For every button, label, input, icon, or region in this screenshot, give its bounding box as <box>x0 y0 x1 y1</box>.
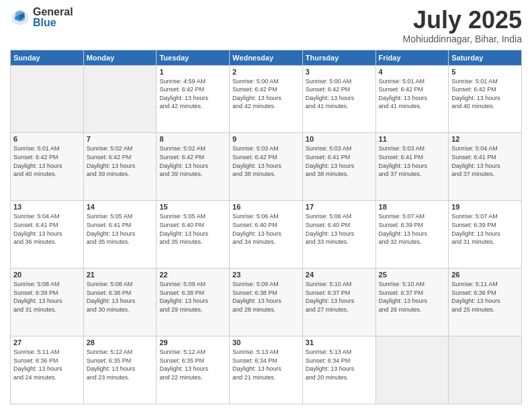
header: General Blue July 2025 Mohiuddinnagar, B… <box>10 7 522 44</box>
calendar-cell <box>375 336 449 404</box>
day-info: Sunrise: 5:10 AM Sunset: 6:37 PM Dayligh… <box>379 280 446 314</box>
day-number: 25 <box>379 271 446 279</box>
calendar-cell: 19Sunrise: 5:07 AM Sunset: 6:39 PM Dayli… <box>449 201 522 269</box>
day-number: 28 <box>87 338 154 347</box>
calendar-cell: 4Sunrise: 5:01 AM Sunset: 6:42 PM Daylig… <box>375 65 449 133</box>
calendar-cell: 24Sunrise: 5:10 AM Sunset: 6:37 PM Dayli… <box>302 269 375 336</box>
day-number: 5 <box>451 68 519 76</box>
logo: General Blue <box>10 7 73 28</box>
day-number: 11 <box>379 135 446 143</box>
day-info: Sunrise: 5:03 AM Sunset: 6:42 PM Dayligh… <box>232 144 300 178</box>
calendar-cell: 13Sunrise: 5:04 AM Sunset: 6:41 PM Dayli… <box>11 201 84 269</box>
day-info: Sunrise: 5:07 AM Sunset: 6:39 PM Dayligh… <box>451 212 519 246</box>
day-number: 23 <box>232 271 300 279</box>
day-number: 19 <box>451 203 519 211</box>
day-number: 4 <box>379 68 446 76</box>
day-info: Sunrise: 5:06 AM Sunset: 6:40 PM Dayligh… <box>306 212 373 246</box>
day-header-tuesday: Tuesday <box>157 50 230 65</box>
day-info: Sunrise: 5:03 AM Sunset: 6:41 PM Dayligh… <box>379 144 446 178</box>
calendar-week-2: 6Sunrise: 5:01 AM Sunset: 6:42 PM Daylig… <box>11 133 522 201</box>
logo-text: General Blue <box>33 7 73 28</box>
calendar-cell: 20Sunrise: 5:08 AM Sunset: 6:39 PM Dayli… <box>11 269 84 336</box>
day-info: Sunrise: 5:12 AM Sunset: 6:35 PM Dayligh… <box>159 348 226 381</box>
day-number: 27 <box>13 338 81 347</box>
day-number: 1 <box>159 68 226 76</box>
day-number: 7 <box>87 135 154 143</box>
day-info: Sunrise: 5:05 AM Sunset: 6:41 PM Dayligh… <box>87 212 154 246</box>
calendar-cell <box>449 336 522 404</box>
calendar-cell: 21Sunrise: 5:08 AM Sunset: 6:38 PM Dayli… <box>83 269 157 336</box>
calendar-cell: 8Sunrise: 5:02 AM Sunset: 6:42 PM Daylig… <box>157 133 230 201</box>
day-header-saturday: Saturday <box>449 50 522 65</box>
day-number: 2 <box>232 68 300 76</box>
day-number: 24 <box>306 271 373 279</box>
day-info: Sunrise: 5:11 AM Sunset: 6:36 PM Dayligh… <box>13 348 81 381</box>
calendar-cell: 26Sunrise: 5:11 AM Sunset: 6:36 PM Dayli… <box>449 269 522 336</box>
day-info: Sunrise: 5:13 AM Sunset: 6:34 PM Dayligh… <box>306 348 373 381</box>
day-number: 14 <box>87 203 154 211</box>
calendar-cell: 22Sunrise: 5:09 AM Sunset: 6:38 PM Dayli… <box>157 269 230 336</box>
logo-general-text: General <box>33 7 73 17</box>
day-number: 15 <box>159 203 226 211</box>
day-info: Sunrise: 5:05 AM Sunset: 6:40 PM Dayligh… <box>159 212 226 246</box>
day-info: Sunrise: 5:12 AM Sunset: 6:35 PM Dayligh… <box>87 348 154 381</box>
day-number: 26 <box>451 271 519 279</box>
calendar-cell <box>11 65 84 133</box>
calendar-week-5: 27Sunrise: 5:11 AM Sunset: 6:36 PM Dayli… <box>11 336 522 404</box>
calendar-cell: 6Sunrise: 5:01 AM Sunset: 6:42 PM Daylig… <box>11 133 84 201</box>
calendar-table: SundayMondayTuesdayWednesdayThursdayFrid… <box>10 50 522 404</box>
calendar-cell: 14Sunrise: 5:05 AM Sunset: 6:41 PM Dayli… <box>83 201 157 269</box>
logo-icon <box>10 7 30 28</box>
day-info: Sunrise: 5:11 AM Sunset: 6:36 PM Dayligh… <box>451 280 519 314</box>
day-number: 3 <box>306 68 373 76</box>
title-block: July 2025 Mohiuddinnagar, Bihar, India <box>403 7 522 44</box>
day-number: 16 <box>232 203 300 211</box>
day-number: 6 <box>13 135 81 143</box>
day-info: Sunrise: 5:00 AM Sunset: 6:42 PM Dayligh… <box>232 77 300 111</box>
calendar-cell: 11Sunrise: 5:03 AM Sunset: 6:41 PM Dayli… <box>375 133 449 201</box>
svg-point-1 <box>15 16 19 20</box>
page: General Blue July 2025 Mohiuddinnagar, B… <box>0 0 532 411</box>
calendar-header-row: SundayMondayTuesdayWednesdayThursdayFrid… <box>11 50 522 65</box>
day-header-friday: Friday <box>375 50 449 65</box>
day-info: Sunrise: 5:00 AM Sunset: 6:42 PM Dayligh… <box>306 77 373 111</box>
month-year-title: July 2025 <box>403 7 522 34</box>
day-info: Sunrise: 5:13 AM Sunset: 6:34 PM Dayligh… <box>232 348 300 381</box>
calendar-cell: 1Sunrise: 4:59 AM Sunset: 6:42 PM Daylig… <box>157 65 230 133</box>
calendar-cell: 23Sunrise: 5:09 AM Sunset: 6:38 PM Dayli… <box>230 269 303 336</box>
calendar-cell: 17Sunrise: 5:06 AM Sunset: 6:40 PM Dayli… <box>302 201 375 269</box>
calendar-cell: 31Sunrise: 5:13 AM Sunset: 6:34 PM Dayli… <box>302 336 375 404</box>
calendar-cell: 18Sunrise: 5:07 AM Sunset: 6:39 PM Dayli… <box>375 201 449 269</box>
day-number: 29 <box>159 338 226 347</box>
calendar-cell: 3Sunrise: 5:00 AM Sunset: 6:42 PM Daylig… <box>302 65 375 133</box>
calendar-week-1: 1Sunrise: 4:59 AM Sunset: 6:42 PM Daylig… <box>11 65 522 133</box>
day-info: Sunrise: 5:01 AM Sunset: 6:42 PM Dayligh… <box>13 144 81 178</box>
day-number: 30 <box>232 338 300 347</box>
calendar-cell: 15Sunrise: 5:05 AM Sunset: 6:40 PM Dayli… <box>157 201 230 269</box>
calendar-cell: 28Sunrise: 5:12 AM Sunset: 6:35 PM Dayli… <box>83 336 157 404</box>
calendar-cell: 30Sunrise: 5:13 AM Sunset: 6:34 PM Dayli… <box>230 336 303 404</box>
calendar-cell: 7Sunrise: 5:02 AM Sunset: 6:42 PM Daylig… <box>83 133 157 201</box>
day-header-wednesday: Wednesday <box>230 50 303 65</box>
day-info: Sunrise: 5:10 AM Sunset: 6:37 PM Dayligh… <box>306 280 373 314</box>
day-number: 9 <box>232 135 300 143</box>
day-header-thursday: Thursday <box>302 50 375 65</box>
calendar-cell: 12Sunrise: 5:04 AM Sunset: 6:41 PM Dayli… <box>449 133 522 201</box>
calendar-cell: 27Sunrise: 5:11 AM Sunset: 6:36 PM Dayli… <box>11 336 84 404</box>
calendar-cell: 9Sunrise: 5:03 AM Sunset: 6:42 PM Daylig… <box>230 133 303 201</box>
calendar-week-4: 20Sunrise: 5:08 AM Sunset: 6:39 PM Dayli… <box>11 269 522 336</box>
calendar-cell: 25Sunrise: 5:10 AM Sunset: 6:37 PM Dayli… <box>375 269 449 336</box>
day-info: Sunrise: 5:06 AM Sunset: 6:40 PM Dayligh… <box>232 212 300 246</box>
calendar-cell: 2Sunrise: 5:00 AM Sunset: 6:42 PM Daylig… <box>230 65 303 133</box>
calendar-cell: 16Sunrise: 5:06 AM Sunset: 6:40 PM Dayli… <box>230 201 303 269</box>
calendar-week-3: 13Sunrise: 5:04 AM Sunset: 6:41 PM Dayli… <box>11 201 522 269</box>
day-number: 12 <box>451 135 519 143</box>
day-number: 13 <box>13 203 81 211</box>
day-info: Sunrise: 5:02 AM Sunset: 6:42 PM Dayligh… <box>159 144 226 178</box>
day-info: Sunrise: 5:03 AM Sunset: 6:41 PM Dayligh… <box>306 144 373 178</box>
day-number: 20 <box>13 271 81 279</box>
calendar-cell: 10Sunrise: 5:03 AM Sunset: 6:41 PM Dayli… <box>302 133 375 201</box>
day-info: Sunrise: 5:09 AM Sunset: 6:38 PM Dayligh… <box>232 280 300 314</box>
day-info: Sunrise: 5:08 AM Sunset: 6:38 PM Dayligh… <box>87 280 154 314</box>
logo-blue-text: Blue <box>33 17 73 28</box>
